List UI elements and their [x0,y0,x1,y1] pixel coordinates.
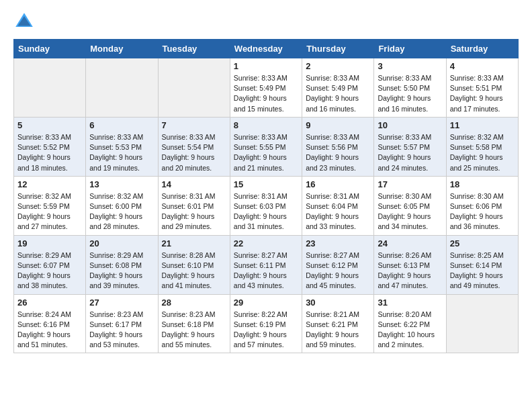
day-number: 12 [17,179,82,189]
calendar-cell: 14Sunrise: 8:31 AMSunset: 6:01 PMDayligh… [158,176,230,235]
day-number: 1 [234,61,298,71]
day-info: Sunrise: 8:27 AMSunset: 6:11 PMDaylight:… [234,250,298,291]
day-info: Sunrise: 8:24 AMSunset: 6:16 PMDaylight:… [17,310,82,351]
day-number: 3 [378,61,442,71]
day-number: 18 [450,179,515,189]
calendar-cell: 16Sunrise: 8:31 AMSunset: 6:04 PMDayligh… [302,176,374,235]
weekday-header-monday: Monday [86,40,158,58]
day-info: Sunrise: 8:31 AMSunset: 6:03 PMDaylight:… [234,191,298,232]
calendar-cell: 18Sunrise: 8:30 AMSunset: 6:06 PMDayligh… [446,176,518,235]
day-number: 8 [234,120,298,130]
day-info: Sunrise: 8:33 AMSunset: 5:56 PMDaylight:… [306,132,370,173]
day-info: Sunrise: 8:23 AMSunset: 6:18 PMDaylight:… [162,310,226,351]
day-info: Sunrise: 8:33 AMSunset: 5:55 PMDaylight:… [234,132,298,173]
calendar-cell: 7Sunrise: 8:33 AMSunset: 5:54 PMDaylight… [158,117,230,176]
day-info: Sunrise: 8:29 AMSunset: 6:07 PMDaylight:… [17,250,82,291]
calendar-cell: 5Sunrise: 8:33 AMSunset: 5:52 PMDaylight… [14,117,86,176]
day-number: 23 [306,238,370,248]
calendar-header-row: SundayMondayTuesdayWednesdayThursdayFrid… [14,40,519,58]
weekday-header-wednesday: Wednesday [230,40,302,58]
calendar-cell: 26Sunrise: 8:24 AMSunset: 6:16 PMDayligh… [14,294,86,353]
day-number: 26 [17,298,82,308]
day-number: 31 [378,298,442,308]
calendar-cell: 1Sunrise: 8:33 AMSunset: 5:49 PMDaylight… [230,58,302,118]
calendar-cell [158,58,230,118]
day-info: Sunrise: 8:33 AMSunset: 5:53 PMDaylight:… [89,132,154,173]
day-number: 19 [17,238,82,248]
day-number: 6 [89,120,154,130]
day-number: 14 [162,179,226,189]
calendar-cell: 29Sunrise: 8:22 AMSunset: 6:19 PMDayligh… [230,294,302,353]
calendar-cell: 3Sunrise: 8:33 AMSunset: 5:50 PMDaylight… [374,58,446,118]
day-number: 7 [162,120,226,130]
day-number: 13 [89,179,154,189]
day-info: Sunrise: 8:21 AMSunset: 6:21 PMDaylight:… [306,310,370,351]
weekday-header-friday: Friday [374,40,446,58]
calendar-cell: 11Sunrise: 8:32 AMSunset: 5:58 PMDayligh… [446,117,518,176]
calendar-cell: 9Sunrise: 8:33 AMSunset: 5:56 PMDaylight… [302,117,374,176]
day-number: 16 [306,179,370,189]
day-info: Sunrise: 8:33 AMSunset: 5:57 PMDaylight:… [378,132,442,173]
day-number: 4 [450,61,515,71]
calendar-cell: 20Sunrise: 8:29 AMSunset: 6:08 PMDayligh… [86,235,158,294]
page: SundayMondayTuesdayWednesdayThursdayFrid… [0,0,532,364]
day-number: 9 [306,120,370,130]
day-info: Sunrise: 8:29 AMSunset: 6:08 PMDaylight:… [89,250,154,291]
calendar-row-3: 12Sunrise: 8:32 AMSunset: 5:59 PMDayligh… [14,176,519,235]
calendar: SundayMondayTuesdayWednesdayThursdayFrid… [13,39,519,353]
calendar-cell: 17Sunrise: 8:30 AMSunset: 6:05 PMDayligh… [374,176,446,235]
day-info: Sunrise: 8:22 AMSunset: 6:19 PMDaylight:… [234,310,298,351]
calendar-cell: 15Sunrise: 8:31 AMSunset: 6:03 PMDayligh… [230,176,302,235]
weekday-header-tuesday: Tuesday [158,40,230,58]
calendar-cell [14,58,86,118]
logo [13,11,38,32]
calendar-row-5: 26Sunrise: 8:24 AMSunset: 6:16 PMDayligh… [14,294,519,353]
weekday-header-thursday: Thursday [302,40,374,58]
calendar-row-1: 1Sunrise: 8:33 AMSunset: 5:49 PMDaylight… [14,58,519,118]
day-number: 21 [162,238,226,248]
day-info: Sunrise: 8:33 AMSunset: 5:54 PMDaylight:… [162,132,226,173]
day-number: 10 [378,120,442,130]
day-info: Sunrise: 8:32 AMSunset: 6:00 PMDaylight:… [89,191,154,232]
calendar-cell [86,58,158,118]
day-number: 25 [450,238,515,248]
day-info: Sunrise: 8:23 AMSunset: 6:17 PMDaylight:… [89,310,154,351]
day-info: Sunrise: 8:27 AMSunset: 6:12 PMDaylight:… [306,250,370,291]
day-info: Sunrise: 8:30 AMSunset: 6:05 PMDaylight:… [378,191,442,232]
weekday-header-saturday: Saturday [446,40,518,58]
day-number: 5 [17,120,82,130]
weekday-header-sunday: Sunday [14,40,86,58]
calendar-cell: 25Sunrise: 8:25 AMSunset: 6:14 PMDayligh… [446,235,518,294]
day-number: 11 [450,120,515,130]
calendar-cell: 24Sunrise: 8:26 AMSunset: 6:13 PMDayligh… [374,235,446,294]
calendar-cell: 28Sunrise: 8:23 AMSunset: 6:18 PMDayligh… [158,294,230,353]
day-info: Sunrise: 8:31 AMSunset: 6:04 PMDaylight:… [306,191,370,232]
calendar-cell: 21Sunrise: 8:28 AMSunset: 6:10 PMDayligh… [158,235,230,294]
calendar-cell: 27Sunrise: 8:23 AMSunset: 6:17 PMDayligh… [86,294,158,353]
calendar-cell: 23Sunrise: 8:27 AMSunset: 6:12 PMDayligh… [302,235,374,294]
day-number: 20 [89,238,154,248]
calendar-cell: 13Sunrise: 8:32 AMSunset: 6:00 PMDayligh… [86,176,158,235]
day-info: Sunrise: 8:33 AMSunset: 5:49 PMDaylight:… [306,73,370,114]
calendar-cell: 10Sunrise: 8:33 AMSunset: 5:57 PMDayligh… [374,117,446,176]
calendar-cell: 6Sunrise: 8:33 AMSunset: 5:53 PMDaylight… [86,117,158,176]
day-number: 22 [234,238,298,248]
header [13,11,519,32]
day-info: Sunrise: 8:28 AMSunset: 6:10 PMDaylight:… [162,250,226,291]
logo-icon [13,11,35,32]
day-info: Sunrise: 8:33 AMSunset: 5:51 PMDaylight:… [450,73,515,114]
calendar-cell: 4Sunrise: 8:33 AMSunset: 5:51 PMDaylight… [446,58,518,118]
calendar-cell: 31Sunrise: 8:20 AMSunset: 6:22 PMDayligh… [374,294,446,353]
calendar-cell: 12Sunrise: 8:32 AMSunset: 5:59 PMDayligh… [14,176,86,235]
day-number: 27 [89,298,154,308]
day-info: Sunrise: 8:25 AMSunset: 6:14 PMDaylight:… [450,250,515,291]
day-info: Sunrise: 8:32 AMSunset: 5:58 PMDaylight:… [450,132,515,173]
day-number: 24 [378,238,442,248]
day-info: Sunrise: 8:20 AMSunset: 6:22 PMDaylight:… [378,310,442,351]
day-number: 28 [162,298,226,308]
day-number: 29 [234,298,298,308]
calendar-row-4: 19Sunrise: 8:29 AMSunset: 6:07 PMDayligh… [14,235,519,294]
day-number: 15 [234,179,298,189]
calendar-cell [446,294,518,353]
day-number: 2 [306,61,370,71]
